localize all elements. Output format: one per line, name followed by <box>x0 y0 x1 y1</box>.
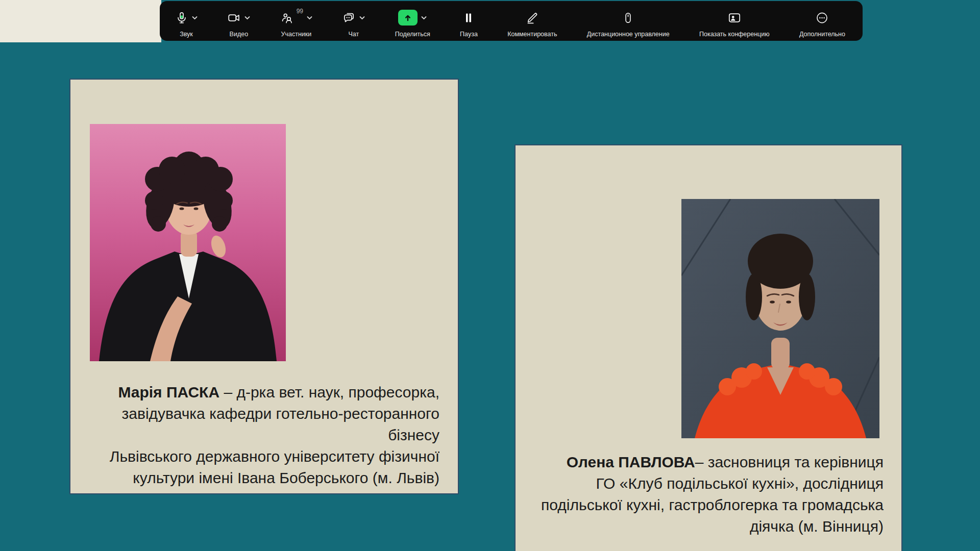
slide-corner-block <box>0 0 161 42</box>
camera-icon <box>227 11 241 24</box>
toolbar-button-annotate[interactable]: Комментировать <box>507 7 557 38</box>
chevron-down-icon[interactable] <box>421 16 427 20</box>
speaker-photo-olena-pavlova <box>681 199 879 438</box>
pencil-icon <box>525 11 539 24</box>
toolbar-label-participants: Участники <box>281 31 312 38</box>
toolbar-button-audio[interactable]: Звук <box>175 7 198 38</box>
toolbar-button-remote-control[interactable]: Дистанционное управление <box>587 7 670 38</box>
toolbar-label-share: Поделиться <box>395 31 430 38</box>
chevron-down-icon[interactable] <box>192 16 198 20</box>
speaker-name: Олена ПАВЛОВА <box>567 454 695 470</box>
toolbar-button-pause[interactable]: Пауза <box>460 7 478 38</box>
speaker-bio: Марія ПАСКА – д-рка вет. наук, професорк… <box>76 382 439 489</box>
participants-count-badge: 99 <box>297 8 303 14</box>
meeting-toolbar: Звук Видео 99 <box>160 1 863 41</box>
chevron-down-icon[interactable] <box>244 16 250 20</box>
speaker-name: Марія ПАСКА <box>118 384 219 400</box>
chevron-down-icon[interactable] <box>307 16 312 20</box>
toolbar-button-participants[interactable]: 99 Участники <box>280 7 312 38</box>
toolbar-label-annotate: Комментировать <box>507 31 557 38</box>
speaker-card-olena-pavlova: Олена ПАВЛОВА– засновниця та керівниця Г… <box>514 144 902 551</box>
participants-icon <box>280 11 294 24</box>
toolbar-button-more[interactable]: Дополнительно <box>799 7 845 38</box>
chevron-down-icon[interactable] <box>359 16 365 20</box>
toolbar-label-video: Видео <box>230 31 249 38</box>
mouse-icon <box>622 11 634 24</box>
toolbar-label-audio: Звук <box>180 31 193 38</box>
share-arrow-icon <box>398 10 418 26</box>
chat-icon <box>342 11 356 24</box>
pause-icon <box>462 11 475 24</box>
toolbar-label-chat: Чат <box>349 31 359 38</box>
toolbar-label-pause: Пауза <box>460 31 478 38</box>
speaker-bio: Олена ПАВЛОВА– засновниця та керівниця Г… <box>521 452 884 537</box>
ellipsis-icon <box>815 11 829 24</box>
toolbar-label-more: Дополнительно <box>799 31 845 38</box>
toolbar-button-share[interactable]: Поделиться <box>395 7 430 38</box>
speaker-card-maria-paska: Марія ПАСКА – д-рка вет. наук, професорк… <box>69 79 459 494</box>
toolbar-button-video[interactable]: Видео <box>227 7 250 38</box>
toolbar-button-chat[interactable]: Чат <box>342 7 365 38</box>
speaker-photo-maria-paska <box>90 124 286 361</box>
toolbar-button-show-conference[interactable]: Показать конференцию <box>699 7 770 38</box>
conference-icon <box>727 11 742 24</box>
meeting-screen: Звук Видео 99 <box>0 0 980 551</box>
microphone-icon <box>175 11 188 24</box>
toolbar-label-show-conference: Показать конференцию <box>699 31 770 38</box>
toolbar-label-remote-control: Дистанционное управление <box>587 31 670 38</box>
